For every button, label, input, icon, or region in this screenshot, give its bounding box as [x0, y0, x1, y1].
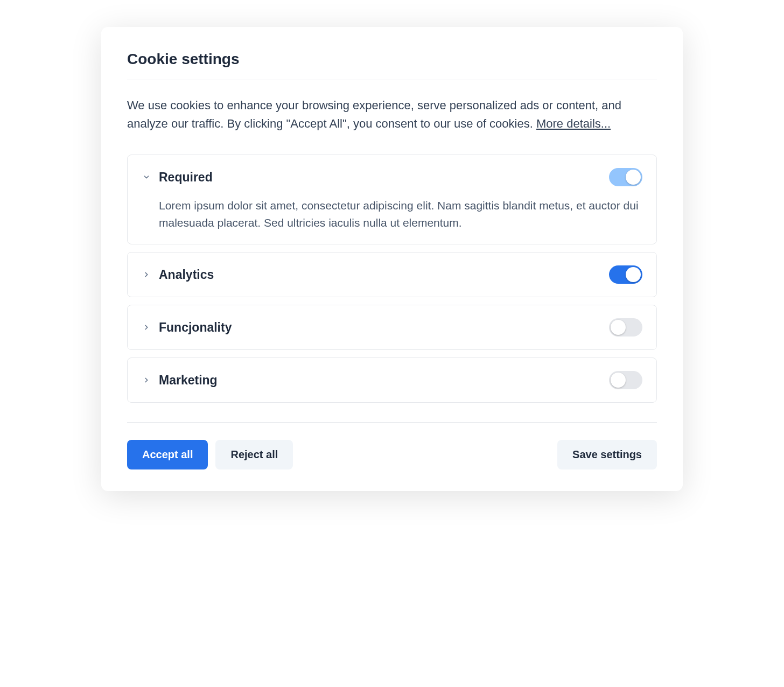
category-analytics: Analytics	[127, 252, 657, 297]
category-required-header[interactable]: Required	[142, 168, 642, 186]
toggle-required	[609, 168, 642, 186]
reject-all-button[interactable]: Reject all	[215, 440, 293, 469]
toggle-knob	[611, 320, 626, 335]
category-required-title: Required	[159, 170, 601, 185]
save-settings-button[interactable]: Save settings	[557, 440, 657, 469]
category-required: Required Lorem ipsum dolor sit amet, con…	[127, 155, 657, 244]
more-details-link[interactable]: More details...	[536, 117, 611, 130]
toggle-knob	[611, 373, 626, 388]
page-title: Cookie settings	[127, 51, 657, 68]
footer-actions: Accept all Reject all Save settings	[127, 423, 657, 469]
category-list: Required Lorem ipsum dolor sit amet, con…	[127, 155, 657, 403]
category-functionality-title: Funcjonality	[159, 320, 601, 335]
chevron-down-icon	[142, 172, 151, 182]
chevron-right-icon	[142, 323, 151, 332]
category-marketing-title: Marketing	[159, 373, 601, 388]
category-functionality-header[interactable]: Funcjonality	[142, 318, 642, 337]
toggle-knob	[626, 267, 641, 282]
category-analytics-title: Analytics	[159, 268, 601, 282]
chevron-right-icon	[142, 270, 151, 279]
category-marketing-header[interactable]: Marketing	[142, 371, 642, 389]
toggle-analytics[interactable]	[609, 265, 642, 284]
cookie-settings-card: Cookie settings We use cookies to enhanc…	[101, 27, 683, 491]
category-analytics-header[interactable]: Analytics	[142, 265, 642, 284]
category-required-description: Lorem ipsum dolor sit amet, consectetur …	[142, 197, 642, 231]
category-marketing: Marketing	[127, 357, 657, 403]
toggle-functionality[interactable]	[609, 318, 642, 337]
category-functionality: Funcjonality	[127, 305, 657, 350]
toggle-knob	[626, 170, 641, 185]
divider	[127, 80, 657, 80]
cookie-description: We use cookies to enhance your browsing …	[127, 96, 657, 133]
chevron-right-icon	[142, 375, 151, 385]
toggle-marketing[interactable]	[609, 371, 642, 389]
accept-all-button[interactable]: Accept all	[127, 440, 208, 469]
